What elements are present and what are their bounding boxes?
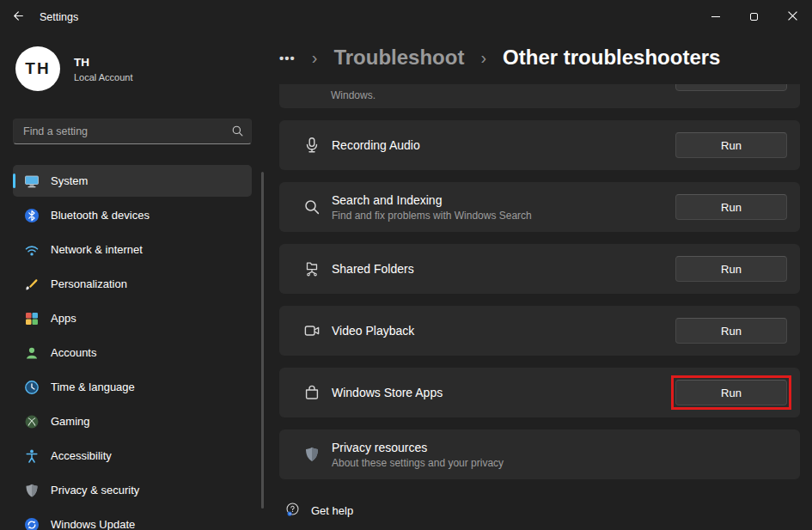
minimize-button[interactable]	[696, 0, 735, 33]
row-search-indexing: Search and Indexing Find and fix problem…	[279, 182, 800, 232]
sidebar-item-label: Personalization	[51, 277, 127, 290]
chevron-right-icon: ›	[480, 48, 486, 68]
sidebar-item-bluetooth-devices[interactable]: Bluetooth & devices	[13, 199, 252, 231]
clock-icon	[24, 380, 40, 395]
app-title: Settings	[40, 11, 78, 23]
row-subtitle: About these settings and your privacy	[332, 457, 504, 469]
sidebar-item-label: Network & internet	[51, 243, 143, 256]
run-button-recording-audio[interactable]: Run	[675, 132, 787, 158]
account-type: Local Account	[74, 72, 133, 82]
sidebar-item-time-language[interactable]: Time & language	[13, 371, 252, 403]
clipped-row: Windows.	[279, 84, 800, 108]
apps-icon	[24, 311, 40, 326]
sidebar-item-network-internet[interactable]: Network & internet	[13, 234, 252, 265]
search-icon	[231, 125, 244, 141]
clipped-run-button[interactable]	[675, 84, 787, 91]
wifi-icon	[24, 242, 40, 258]
sidebar-item-label: Bluetooth & devices	[51, 209, 150, 222]
sidebar-item-windows-update[interactable]: Windows Update	[13, 509, 252, 530]
close-icon	[788, 10, 797, 23]
row-subtitle: Find and fix problems with Windows Searc…	[332, 210, 532, 222]
account-name: TH	[74, 56, 133, 69]
maximize-button[interactable]	[735, 0, 773, 33]
sidebar-nav: System Bluetooth & devices Network & int…	[13, 165, 252, 530]
paintbrush-icon	[24, 277, 40, 292]
sidebar-item-label: Accessibility	[51, 449, 112, 462]
update-icon	[24, 517, 40, 530]
shared-folder-icon	[303, 260, 322, 277]
video-camera-icon	[303, 322, 322, 339]
clipped-row-subtitle: Windows.	[331, 89, 375, 101]
shield-icon	[24, 483, 40, 498]
sidebar-item-gaming[interactable]: Gaming	[13, 405, 252, 437]
row-windows-store-apps: Windows Store Apps Run	[279, 368, 800, 417]
row-title: Windows Store Apps	[332, 386, 443, 399]
sidebar-item-accounts[interactable]: Accounts	[13, 337, 252, 369]
back-button[interactable]	[0, 3, 34, 32]
sidebar-item-system[interactable]: System	[13, 165, 252, 197]
accessibility-icon	[24, 448, 40, 464]
breadcrumb: ••• › Troubleshoot › Other troubleshoote…	[279, 38, 800, 77]
sidebar-item-accessibility[interactable]: Accessibility	[13, 440, 252, 472]
search-input[interactable]	[13, 119, 252, 144]
close-button[interactable]	[773, 0, 812, 33]
window-controls	[696, 0, 812, 33]
sidebar-item-label: Apps	[51, 312, 76, 325]
sidebar: TH TH Local Account System Bluetooth & d…	[0, 34, 265, 530]
run-button-search-indexing[interactable]: Run	[675, 194, 787, 220]
run-button-shared-folders[interactable]: Run	[675, 256, 787, 282]
row-title: Shared Folders	[332, 262, 414, 276]
sidebar-item-personalization[interactable]: Personalization	[13, 268, 252, 300]
search-box	[13, 119, 252, 144]
sidebar-item-label: Privacy & security	[51, 484, 139, 496]
troubleshooter-list: Windows. Recording Audio Run Search and …	[279, 84, 800, 530]
system-icon	[24, 174, 40, 189]
row-shared-folders: Shared Folders Run	[279, 244, 800, 294]
sidebar-item-label: System	[51, 174, 88, 187]
row-title: Recording Audio	[332, 138, 420, 152]
store-bag-icon	[303, 384, 322, 401]
page-title: Other troubleshooters	[503, 46, 720, 70]
maximize-icon	[750, 13, 758, 21]
minimize-icon	[711, 16, 720, 17]
breadcrumb-troubleshoot[interactable]: Troubleshoot	[333, 46, 464, 70]
sidebar-item-label: Time & language	[51, 381, 135, 393]
run-button-video-playback[interactable]: Run	[675, 318, 787, 344]
sidebar-item-apps[interactable]: Apps	[13, 302, 252, 334]
sidebar-item-label: Gaming	[51, 415, 90, 428]
row-title: Privacy resources	[332, 441, 504, 454]
sidebar-scrollbar-thumb[interactable]	[261, 172, 264, 509]
titlebar: Settings	[0, 0, 812, 34]
chevron-right-icon: ›	[312, 48, 318, 68]
main-pane: ••• › Troubleshoot › Other troubleshoote…	[279, 34, 800, 530]
get-help-label: Get help	[311, 504, 353, 517]
run-button-windows-store-apps[interactable]: Run	[675, 380, 787, 405]
person-icon	[24, 345, 40, 361]
back-arrow-icon	[11, 9, 24, 25]
magnifier-icon	[303, 198, 322, 216]
row-title: Search and Indexing	[332, 193, 532, 207]
account-header: TH TH Local Account	[15, 46, 252, 91]
xbox-icon	[24, 414, 40, 429]
row-privacy-resources: Privacy resources About these settings a…	[279, 429, 800, 479]
sidebar-item-privacy-security[interactable]: Privacy & security	[13, 474, 252, 506]
breadcrumb-overflow-button[interactable]: •••	[279, 51, 296, 65]
microphone-icon	[303, 137, 322, 154]
row-recording-audio: Recording Audio Run	[279, 120, 800, 170]
row-video-playback: Video Playback Run	[279, 306, 800, 356]
sidebar-item-label: Accounts	[51, 346, 96, 359]
bluetooth-icon	[24, 208, 40, 223]
get-help-icon: ?	[285, 502, 300, 520]
sidebar-item-label: Windows Update	[51, 518, 135, 530]
get-help-link[interactable]: ? Get help	[279, 502, 800, 520]
privacy-shield-icon	[303, 446, 322, 463]
row-title: Video Playback	[332, 324, 414, 338]
avatar: TH	[15, 46, 60, 91]
